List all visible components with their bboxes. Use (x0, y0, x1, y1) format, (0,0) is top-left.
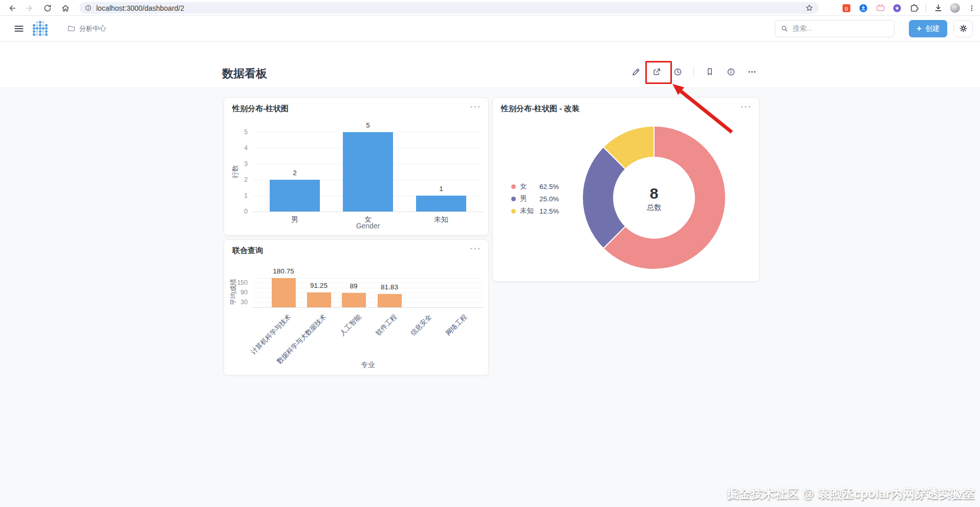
bar-软件工程[interactable] (378, 294, 402, 307)
url-text: localhost:3000/dashboard/2 (96, 4, 805, 12)
bar-男[interactable] (270, 180, 320, 212)
bar-人工智能[interactable] (342, 293, 366, 307)
info-icon[interactable] (726, 67, 736, 77)
svg-text:{}: {} (845, 6, 848, 11)
donut-center-value: 8 (650, 185, 659, 202)
legend-item-男[interactable]: 男25.0% (511, 194, 559, 203)
card-gender-donut-chart: 性别分布-柱状图 - 改装 ... 女62.5%男25.0%未知12.5% 8 … (492, 97, 759, 282)
logo-dot (42, 27, 45, 30)
downloader-extension-icon[interactable] (858, 3, 868, 13)
purple-extension-icon[interactable] (892, 3, 902, 13)
x-tick-label: 人工智能 (338, 312, 363, 337)
bookmark-icon[interactable] (705, 67, 715, 77)
settings-gear-button[interactable] (953, 20, 973, 37)
create-button[interactable]: + 创建 (909, 20, 947, 37)
legend-item-未知[interactable]: 未知12.5% (511, 206, 559, 216)
page-title: 数据看板 (222, 66, 267, 81)
gear-icon (959, 24, 968, 33)
legend-percent: 25.0% (539, 195, 559, 203)
extensions-puzzle-icon[interactable] (909, 3, 919, 13)
bookmark-star-icon[interactable] (805, 4, 814, 12)
edit-pencil-icon[interactable] (630, 67, 641, 77)
logo-dot (45, 33, 48, 36)
donut-legend: 女62.5%男25.0%未知12.5% (511, 182, 559, 216)
logo-dot (42, 33, 45, 36)
downloads-icon[interactable] (933, 3, 943, 13)
bar-计算机科学与技术[interactable] (272, 278, 296, 307)
plus-icon: + (917, 24, 922, 33)
logo-dot (36, 27, 38, 30)
back-icon[interactable] (7, 4, 16, 13)
site-info-icon[interactable] (84, 4, 92, 12)
share-export-icon[interactable] (651, 67, 662, 77)
card-joint-query-chart: 联合查询 ... 3090150180.75计算机科学与技术91.25数据科学与… (224, 239, 489, 375)
forward-icon[interactable] (25, 4, 34, 13)
history-clock-icon[interactable] (672, 67, 683, 77)
dashboard-actions (630, 67, 757, 77)
bar-数据科学与大数据技术[interactable] (307, 292, 331, 307)
legend-percent: 62.5% (539, 183, 559, 191)
metabase-logo[interactable] (33, 21, 48, 36)
actions-divider (693, 66, 694, 77)
logo-dot (33, 27, 35, 30)
bar-未知[interactable] (416, 196, 466, 212)
reload-icon[interactable] (43, 4, 52, 13)
logo-dot (36, 21, 38, 24)
legend-item-女[interactable]: 女62.5% (511, 182, 559, 191)
code-extension-icon[interactable]: {} (841, 3, 852, 13)
logo-dot (33, 33, 35, 36)
search-input[interactable] (793, 25, 880, 32)
bar-女[interactable] (343, 132, 393, 212)
x-tick-label: 男 (291, 215, 298, 224)
logo-dot (45, 30, 48, 33)
breadcrumb-label: 分析中心 (79, 24, 106, 33)
logo-dot (39, 33, 41, 36)
url-bar[interactable]: localhost:3000/dashboard/2 (79, 2, 819, 14)
logo-dot (36, 33, 38, 36)
joint-query-bar-chart: 3090150180.75计算机科学与技术91.25数据科学与大数据技术89人工… (224, 240, 488, 375)
toolbar-divider (926, 4, 926, 13)
x-tick-label: 网络工程 (444, 312, 469, 337)
logo-dot (33, 30, 35, 33)
logo-dot (42, 30, 45, 33)
value-label: 180.75 (273, 267, 294, 275)
logo-dot (45, 24, 48, 27)
logo-dot (45, 21, 48, 24)
dashboard-canvas (0, 88, 980, 507)
logo-dot (33, 21, 35, 24)
profile-avatar[interactable] (950, 3, 960, 13)
browser-extensions: {} (841, 0, 977, 16)
card-menu-ellipsis[interactable]: ... (470, 241, 481, 252)
legend-dot (511, 184, 516, 189)
breadcrumb[interactable]: 分析中心 (67, 24, 106, 33)
browser-menu-kebab-icon[interactable] (967, 3, 977, 13)
legend-label: 未知 (520, 206, 539, 216)
card-gender-bar-chart: 性别分布-柱状图 ... 0123452男5女1未知行数Gender (224, 97, 489, 236)
legend-label: 女 (520, 182, 539, 191)
browser-chrome: localhost:3000/dashboard/2 {} (0, 0, 980, 16)
bilibili-extension-icon[interactable] (875, 3, 885, 13)
sidebar-toggle-icon[interactable] (13, 23, 25, 34)
gender-donut-chart: 女62.5%男25.0%未知12.5% 8 总数 (493, 98, 759, 281)
logo-dot (39, 30, 41, 33)
gender-bar-chart: 0123452男5女1未知行数Gender (224, 98, 488, 235)
more-ellipsis-icon[interactable] (747, 67, 757, 77)
card-menu-ellipsis[interactable]: ... (470, 99, 481, 110)
value-label: 5 (366, 121, 370, 129)
search-box[interactable] (775, 20, 895, 37)
value-label: 1 (439, 185, 443, 193)
value-label: 81.83 (381, 283, 398, 291)
card-title: 性别分布-柱状图 - 改装 (501, 104, 579, 114)
watermark: 掘金技术社区 @ 袁煦丞cpolar内网穿透实验室 (727, 486, 975, 502)
card-title: 性别分布-柱状图 (232, 104, 289, 114)
legend-label: 男 (520, 194, 539, 203)
card-menu-ellipsis[interactable]: ... (741, 99, 752, 110)
search-icon (780, 25, 789, 33)
gridline (253, 212, 483, 212)
home-icon[interactable] (61, 4, 70, 13)
x-axis-label: 专业 (361, 361, 375, 370)
screen: localhost:3000/dashboard/2 {} (0, 0, 980, 507)
value-label: 89 (350, 282, 357, 290)
donut-center-label: 总数 (647, 203, 662, 213)
y-tick-label: 1 (226, 192, 248, 199)
